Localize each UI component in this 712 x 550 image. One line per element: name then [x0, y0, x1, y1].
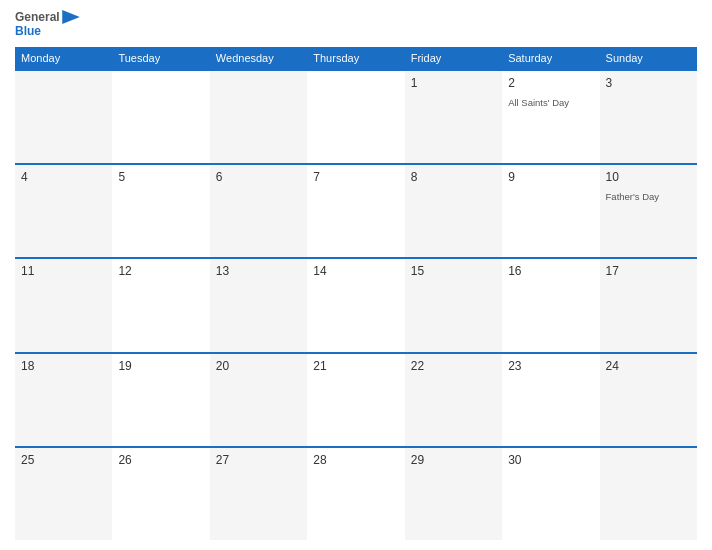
- calendar-cell: 17: [600, 259, 697, 351]
- page-header: General Blue: [15, 10, 697, 39]
- calendar-cell: 2All Saints' Day: [502, 71, 599, 163]
- day-number: 11: [21, 264, 106, 278]
- day-number: 17: [606, 264, 691, 278]
- day-number: 9: [508, 170, 593, 184]
- calendar-cell: [112, 71, 209, 163]
- day-number: 4: [21, 170, 106, 184]
- calendar-row: 45678910Father's Day: [15, 163, 697, 257]
- day-number: 15: [411, 264, 496, 278]
- calendar-cell: 26: [112, 448, 209, 540]
- day-number: 10: [606, 170, 691, 184]
- calendar-row: 11121314151617: [15, 257, 697, 351]
- calendar-cell: 15: [405, 259, 502, 351]
- weekday-header: Sunday: [600, 47, 697, 69]
- calendar-cell: 22: [405, 354, 502, 446]
- calendar: MondayTuesdayWednesdayThursdayFridaySatu…: [15, 47, 697, 540]
- day-number: 25: [21, 453, 106, 467]
- calendar-cell: 27: [210, 448, 307, 540]
- weekday-header: Friday: [405, 47, 502, 69]
- day-number: 20: [216, 359, 301, 373]
- calendar-cell: 24: [600, 354, 697, 446]
- calendar-cell: 18: [15, 354, 112, 446]
- day-number: 14: [313, 264, 398, 278]
- calendar-cell: [210, 71, 307, 163]
- day-number: 30: [508, 453, 593, 467]
- calendar-cell: 11: [15, 259, 112, 351]
- calendar-row: 12All Saints' Day3: [15, 69, 697, 163]
- weekday-header: Tuesday: [112, 47, 209, 69]
- calendar-cell: 1: [405, 71, 502, 163]
- calendar-cell: 16: [502, 259, 599, 351]
- logo-blue: Blue: [15, 24, 41, 38]
- calendar-row: 18192021222324: [15, 352, 697, 446]
- weekday-header: Thursday: [307, 47, 404, 69]
- calendar-cell: 28: [307, 448, 404, 540]
- calendar-cell: 3: [600, 71, 697, 163]
- svg-marker-0: [62, 10, 80, 24]
- day-number: 24: [606, 359, 691, 373]
- calendar-cell: [600, 448, 697, 540]
- logo: General Blue: [15, 10, 80, 39]
- day-number: 26: [118, 453, 203, 467]
- day-number: 13: [216, 264, 301, 278]
- day-number: 2: [508, 76, 593, 90]
- day-number: 3: [606, 76, 691, 90]
- calendar-cell: 21: [307, 354, 404, 446]
- day-number: 29: [411, 453, 496, 467]
- day-number: 7: [313, 170, 398, 184]
- logo-flag-icon: [62, 10, 80, 24]
- day-number: 5: [118, 170, 203, 184]
- day-number: 19: [118, 359, 203, 373]
- calendar-cell: 13: [210, 259, 307, 351]
- day-number: 28: [313, 453, 398, 467]
- calendar-cell: 14: [307, 259, 404, 351]
- calendar-cell: 9: [502, 165, 599, 257]
- calendar-cell: 12: [112, 259, 209, 351]
- calendar-cell: 5: [112, 165, 209, 257]
- calendar-cell: [307, 71, 404, 163]
- calendar-page: General Blue MondayTuesdayWednesdayThurs…: [0, 0, 712, 550]
- calendar-cell: 4: [15, 165, 112, 257]
- calendar-row: 252627282930: [15, 446, 697, 540]
- day-number: 8: [411, 170, 496, 184]
- logo-general: General: [15, 10, 60, 24]
- calendar-cell: 20: [210, 354, 307, 446]
- weekday-header: Monday: [15, 47, 112, 69]
- day-number: 22: [411, 359, 496, 373]
- weekday-header: Wednesday: [210, 47, 307, 69]
- calendar-cell: 6: [210, 165, 307, 257]
- calendar-cell: 29: [405, 448, 502, 540]
- day-number: 27: [216, 453, 301, 467]
- calendar-cell: [15, 71, 112, 163]
- calendar-cell: 23: [502, 354, 599, 446]
- day-number: 16: [508, 264, 593, 278]
- day-number: 23: [508, 359, 593, 373]
- day-number: 1: [411, 76, 496, 90]
- calendar-body: 12All Saints' Day345678910Father's Day11…: [15, 69, 697, 540]
- day-number: 6: [216, 170, 301, 184]
- calendar-cell: 30: [502, 448, 599, 540]
- calendar-header: MondayTuesdayWednesdayThursdayFridaySatu…: [15, 47, 697, 69]
- day-number: 21: [313, 359, 398, 373]
- calendar-cell: 8: [405, 165, 502, 257]
- day-event: Father's Day: [606, 191, 660, 202]
- day-number: 12: [118, 264, 203, 278]
- day-event: All Saints' Day: [508, 97, 569, 108]
- calendar-cell: 25: [15, 448, 112, 540]
- weekday-header: Saturday: [502, 47, 599, 69]
- calendar-cell: 7: [307, 165, 404, 257]
- calendar-cell: 19: [112, 354, 209, 446]
- calendar-cell: 10Father's Day: [600, 165, 697, 257]
- day-number: 18: [21, 359, 106, 373]
